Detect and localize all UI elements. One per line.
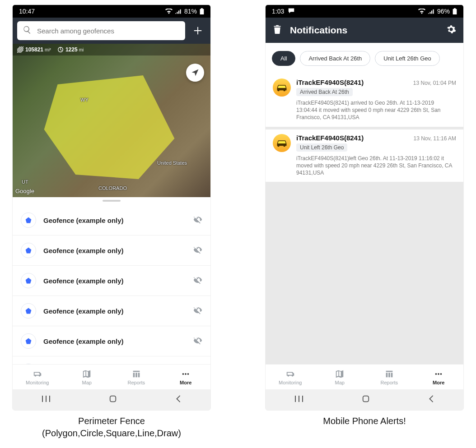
add-geofence-button[interactable]: [190, 23, 206, 39]
geofence-item-label: Geofence (example only): [43, 337, 186, 345]
phone1-caption-line2: (Polygon,Circle,Square,Line,Draw): [12, 427, 211, 439]
map-label-us: United States: [157, 160, 187, 166]
map-perimeter-value: 1225: [65, 46, 78, 53]
nav-map-label: Map: [82, 380, 92, 385]
filter-chip[interactable]: Arrived Back At 26th: [300, 51, 370, 66]
filter-chip[interactable]: Unit Left 26th Geo: [375, 51, 440, 66]
geofence-item[interactable]: Geofence (example only): [13, 236, 210, 266]
svg-rect-11: [110, 396, 116, 402]
drag-handle[interactable]: [103, 200, 121, 202]
nav-reports[interactable]: Reports: [112, 365, 161, 389]
svg-point-12: [435, 373, 437, 375]
svg-marker-5: [26, 308, 32, 314]
nav-more-label: More: [433, 380, 444, 385]
notification-body: iTrackEF4940S(8241) arrived to Geo 26th.…: [273, 99, 456, 121]
svg-marker-6: [26, 338, 32, 344]
map-label-wy: WY: [80, 97, 89, 102]
geofence-shape-icon: [21, 333, 36, 349]
map-info-bar: 105821 mi² 1225 mi: [13, 44, 210, 55]
notification-card[interactable]: iTrackEF4940S(8241) 13 Nov, 11:16 AM Uni…: [266, 129, 463, 182]
geofence-shape-icon: [21, 243, 36, 258]
signal-icon: [175, 9, 182, 14]
svg-point-9: [185, 373, 187, 375]
visibility-off-icon[interactable]: [193, 275, 202, 286]
notification-time: 13 Nov, 01:04 PM: [413, 80, 456, 86]
gear-icon[interactable]: [446, 24, 456, 36]
search-input[interactable]: [36, 27, 180, 35]
geofence-item-label: Geofence (example only): [43, 247, 186, 254]
nav-reports-label: Reports: [380, 380, 398, 385]
area-icon: [17, 46, 23, 53]
visibility-off-icon[interactable]: [193, 336, 202, 346]
svg-point-10: [187, 373, 189, 375]
chat-icon: [288, 8, 295, 15]
svg-marker-0: [44, 75, 175, 179]
locate-me-button[interactable]: [186, 64, 204, 82]
recents-key[interactable]: [28, 393, 64, 406]
wifi-icon: [418, 9, 425, 14]
signal-icon: [428, 9, 434, 14]
notifications-header: Notifications: [266, 18, 463, 43]
visibility-off-icon[interactable]: [193, 245, 202, 256]
home-key[interactable]: [348, 393, 383, 406]
search-box[interactable]: [17, 21, 185, 40]
map[interactable]: WY UT COLORADO United States 105821 mi²: [13, 44, 210, 197]
status-time: 10:47: [19, 8, 35, 15]
status-battery: 81%: [184, 8, 197, 15]
map-perimeter-unit: mi: [79, 47, 84, 52]
geofence-item-label: Geofence (example only): [43, 277, 186, 285]
geofence-item[interactable]: Geofence (example only): [13, 326, 210, 356]
nav-reports[interactable]: Reports: [364, 365, 414, 389]
phone2-caption: Mobile Phone Alerts!: [265, 411, 464, 427]
geofence-header: [13, 18, 210, 44]
android-soft-keys: [13, 389, 210, 410]
notification-title: iTrackEF4940S(8241): [296, 79, 364, 86]
notification-card[interactable]: iTrackEF4940S(8241) 13 Nov, 01:04 PM Arr…: [266, 74, 463, 127]
visibility-off-icon[interactable]: [193, 305, 202, 316]
search-icon: [23, 25, 32, 36]
svg-point-8: [182, 373, 184, 375]
trash-icon[interactable]: [273, 24, 282, 36]
nav-monitoring-label: Monitoring: [279, 380, 302, 385]
svg-point-14: [440, 373, 442, 375]
geofence-item[interactable]: Geofence (example only): [13, 296, 210, 326]
svg-marker-2: [26, 217, 32, 223]
filter-chip[interactable]: All: [272, 51, 295, 66]
battery-icon: [453, 8, 457, 14]
geofence-list[interactable]: Geofence (example only) Geofence (exampl…: [13, 205, 210, 364]
map-area-value: 105821: [25, 46, 43, 53]
back-key[interactable]: [162, 393, 195, 406]
notifications-title: Notifications: [290, 25, 438, 36]
battery-icon: [200, 8, 204, 14]
wifi-icon: [165, 9, 173, 14]
map-terrain: WY UT COLORADO United States: [13, 44, 210, 197]
recents-key[interactable]: [281, 393, 317, 406]
notifications-list[interactable]: iTrackEF4940S(8241) 13 Nov, 01:04 PM Arr…: [266, 74, 463, 364]
back-key[interactable]: [415, 393, 448, 406]
nav-map[interactable]: Map: [62, 365, 112, 389]
perimeter-icon: [57, 46, 64, 53]
nav-monitoring[interactable]: Monitoring: [266, 365, 315, 389]
visibility-off-icon[interactable]: [193, 215, 202, 226]
notification-tag: Unit Left 26th Geo: [296, 143, 347, 152]
nav-more[interactable]: More: [414, 365, 464, 389]
geofence-item[interactable]: Geofence (example only): [13, 266, 210, 296]
notification-title: iTrackEF4940S(8241): [296, 134, 364, 142]
nav-monitoring-label: Monitoring: [26, 380, 49, 385]
filter-chips: AllArrived Back At 26thUnit Left 26th Ge…: [266, 43, 463, 74]
map-label-ut: UT: [22, 179, 28, 185]
nav-map[interactable]: Map: [315, 365, 365, 389]
map-label-colorado: COLORADO: [98, 185, 127, 191]
vehicle-icon: [273, 134, 291, 152]
geofence-item[interactable]: Geofence (example only): [13, 356, 210, 364]
nav-monitoring[interactable]: Monitoring: [13, 365, 62, 389]
status-bar: 1:03 96%: [266, 5, 463, 18]
phone-geofence: 10:47 81%: [12, 5, 211, 443]
home-key[interactable]: [95, 393, 131, 406]
geofence-item[interactable]: Geofence (example only): [13, 205, 210, 236]
nav-reports-label: Reports: [127, 380, 145, 385]
geofence-polygon: [13, 44, 210, 197]
nav-more[interactable]: More: [161, 365, 211, 389]
phone1-caption: Perimeter Fence (Polygon,Circle,Square,L…: [12, 411, 211, 439]
bottom-nav: Monitoring Map Reports More: [13, 364, 210, 389]
